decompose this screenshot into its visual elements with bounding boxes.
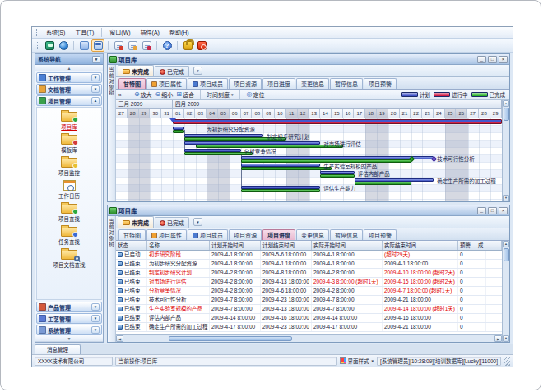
help-button[interactable]: ? [160,39,174,52]
ui-style-button[interactable]: 界面样式 ▼ [340,357,374,365]
subtab-gantt[interactable]: 甘特图 [118,78,146,89]
column-header-1[interactable]: 状态 [116,241,147,250]
scroll-thumb[interactable] [504,108,509,121]
subtab-changes[interactable]: 变更信息 [296,78,329,89]
subtab-alerts[interactable]: 项目预警 [364,229,397,240]
sidebar-item-task-search[interactable]: 任务查找 [37,225,101,246]
subtab-pauses[interactable]: 暂停信息 [330,229,363,240]
sidebar-group-process-management[interactable]: 工艺管理▼ [36,313,102,324]
gantt-progress-bar[interactable] [320,174,354,178]
chevron-down-icon[interactable]: ▼ [91,326,100,334]
maximize-button[interactable]: □ [488,207,497,214]
tab-finished[interactable]: 已完成 [155,217,189,228]
system-monitor-button[interactable] [43,39,56,52]
sidebar-group-product-management[interactable]: 产品管理▼ [36,302,102,312]
table-row[interactable]: 已结束对市场进行评估2009-4-2 8:00:002009-4-13 18:0… [116,278,502,287]
zoom-in-button[interactable]: ⊕放大 [134,90,152,99]
subtab-members[interactable]: 项目成员 [188,229,228,240]
zoom-fit-button[interactable]: ⊞适合 [176,90,194,99]
column-header-4[interactable]: 计划结束时间 [261,241,312,250]
form-view-3-button[interactable] [140,39,153,52]
object-tree-collapsed-tab[interactable]: 当前对象树 [108,216,116,342]
menu-item-window[interactable]: 窗口(W) [104,27,135,38]
resize-grip[interactable] [504,357,510,366]
sidebar-item-template-library[interactable]: 模板库 [37,133,101,154]
maximize-button[interactable]: □ [488,56,497,63]
sidebar-item-work-calendar[interactable]: 工作日历 [37,179,101,200]
subtab-progress[interactable]: 项目进度 [262,229,295,240]
lock-button[interactable] [181,39,194,52]
exit-button[interactable] [195,39,208,52]
tab-unfinished[interactable]: 未完成 [118,65,154,76]
column-header-6[interactable]: 实际结束时间 [383,241,458,250]
open-folder-button[interactable] [77,39,90,52]
locate-button[interactable]: ◎定位 [246,90,264,99]
zoom-out-button[interactable]: ⊖缩小 [155,90,174,99]
sidebar-item-project-library[interactable]: 项目库 [37,110,101,131]
gantt-vertical-scrollbar[interactable]: ▲ ▼ [502,100,509,201]
menu-item-system[interactable]: 系统(S) [41,27,70,38]
table-row[interactable]: 已结束分析竞争情况2009-4-2 8:00:002009-4-6 18:00:… [116,287,502,296]
sidebar-group-project-management[interactable]: 项目管理▲ [36,95,102,106]
object-tree-collapsed-tab[interactable]: 当前对象树 [108,65,116,201]
sidebar-item-project-search[interactable]: 项目查找 [37,202,101,223]
subtab-alerts[interactable]: 项目预警 [364,78,397,89]
tab-overflow-button[interactable]: ▼ [193,67,202,75]
minimize-button[interactable]: _ [477,207,486,214]
timescale-button[interactable]: 时间刻度▼ [207,90,234,99]
sidebar-group-work-management[interactable]: 工作管理▼ [36,72,102,83]
subtab-properties[interactable]: 项目属性 [146,229,187,240]
chevron-down-icon[interactable]: ▼ [91,74,100,81]
table-row[interactable]: 已结束确定生产所需的加工过程2009-4-17 8:00:002009-4-23… [116,323,502,332]
menu-item-tools[interactable]: 工具(T) [70,27,99,38]
scroll-thumb[interactable] [169,336,292,341]
subtab-resources[interactable]: 项目资源 [229,78,262,89]
table-row[interactable]: 已结束制定初步研究计划2009-4-2 8:00:002009-4-8 18:0… [116,269,502,278]
sidebar-item-project-monitor[interactable]: 项目监控 [37,156,101,177]
nav-pin-button[interactable]: ▾ [92,56,100,63]
gantt-progress-bar[interactable] [184,152,253,155]
chevron-down-icon[interactable]: ▼ [91,315,100,322]
scroll-down-arrow[interactable]: ▼ [503,335,509,342]
scroll-down-arrow[interactable]: ▼ [503,195,509,201]
scroll-left-arrow[interactable]: ◀ [116,335,123,342]
chevron-down-icon[interactable]: ▼ [91,303,100,311]
sidebar-group-system-management[interactable]: 系统管理▼ [36,325,102,335]
gantt-progress-bar[interactable] [241,189,321,192]
scroll-right-arrow[interactable]: ▶ [494,335,502,342]
subtab-progress[interactable]: 项目进度 [262,78,295,89]
close-button[interactable]: × [499,56,508,63]
subtab-changes[interactable]: 变更信息 [296,229,329,240]
column-header-8[interactable]: 成 [476,241,502,250]
sidebar-item-project-doc-search[interactable]: 项目文档查找 [37,248,101,269]
form-view-1-button[interactable] [112,39,125,52]
menu-item-plugins[interactable]: 插件(A) [136,27,165,38]
column-header-5[interactable]: 实际开始时间 [312,241,383,250]
more-tools-button[interactable]: » [118,92,122,98]
table-row[interactable]: 已结束评估内部产品2009-4-14 8:00:002009-4-16 18:0… [116,314,502,323]
nav-scroll-up[interactable]: ▲ [35,65,103,71]
chevron-up-icon[interactable]: ▲ [91,97,100,104]
table-row[interactable]: 已结束技术可行性分析2009-4-7 8:00:002009-4-23 18:0… [116,296,502,305]
menu-item-help[interactable]: 帮助(H) [165,27,194,38]
subtab-members[interactable]: 项目成员 [188,78,228,89]
table-row[interactable]: 已结束为初步研究分配资源2009-4-1 8:00:002009-4-1 18:… [116,260,502,269]
minimize-button[interactable]: _ [477,56,486,63]
tab-finished[interactable]: 已完成 [155,66,189,76]
nav-scroll-down[interactable]: ▼ [35,335,103,342]
scroll-up-arrow[interactable]: ▲ [503,241,509,247]
form-view-2-button[interactable] [126,39,139,52]
tab-overflow-button[interactable]: ▼ [193,218,202,226]
subtab-gantt[interactable]: 甘特图 [118,229,146,240]
gantt-progress-bar[interactable] [173,130,184,133]
column-header-3[interactable]: 计划开始时间 [210,241,261,250]
subtab-resources[interactable]: 项目资源 [229,229,262,240]
scroll-up-arrow[interactable]: ▲ [503,100,509,107]
table-row[interactable]: 已启动初步研究阶段2009-4-1 8:00:002009-5-6 18:00:… [116,251,502,260]
table-horizontal-scrollbar[interactable]: ◀ ▶ [116,334,502,342]
column-header-7[interactable]: 预警 [458,241,476,250]
sidebar-group-document-management[interactable]: 文档管理▼ [36,84,102,95]
table-vertical-scrollbar[interactable]: ▲ ▼ [502,241,509,342]
close-button[interactable]: × [499,207,508,214]
tab-message-management[interactable]: 消息管理 [35,344,81,354]
